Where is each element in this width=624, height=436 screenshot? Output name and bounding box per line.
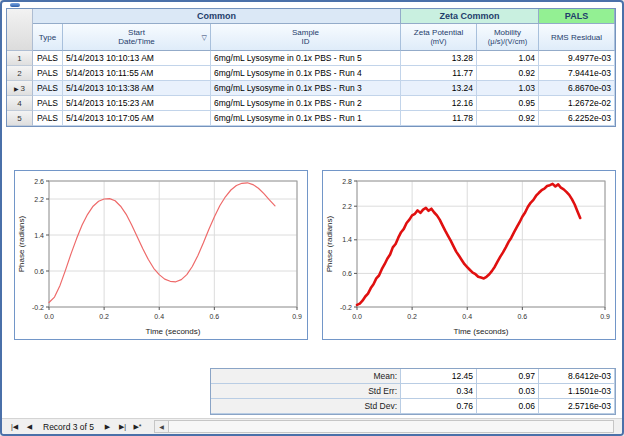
cell-sample-id[interactable]: 6mg/mL Lysosyme in 0.1x PBS - Run 3 xyxy=(211,81,401,96)
svg-text:0.0: 0.0 xyxy=(352,313,362,320)
table-row[interactable]: PALS 5/14/2013 10:15:23 AM 6mg/mL Lysosy… xyxy=(33,96,615,111)
phase-plot-raw-svg: 0.00.20.40.60.9-0.20.61.42.22.8Time (sec… xyxy=(323,171,615,339)
group-header-common: Common xyxy=(33,9,401,24)
last-record-button[interactable]: ▶| xyxy=(116,420,129,433)
svg-text:0.6: 0.6 xyxy=(342,270,352,277)
results-grid: 1 2 ▶3 4 5 Common Zeta Common PALS Type … xyxy=(6,8,616,127)
svg-text:0.4: 0.4 xyxy=(154,313,164,320)
svg-text:2.6: 2.6 xyxy=(34,178,44,185)
svg-text:0.6: 0.6 xyxy=(517,313,527,320)
cell-type[interactable]: PALS xyxy=(33,51,63,66)
cell-sample-id[interactable]: 6mg/mL Lysosyme in 0.1x PBS - Run 4 xyxy=(211,66,401,81)
cell-mobility[interactable]: 0.92 xyxy=(477,111,539,126)
svg-text:2.2: 2.2 xyxy=(34,196,44,203)
cell-type[interactable]: PALS xyxy=(33,81,63,96)
summary-zeta-stddev: 0.76 xyxy=(401,399,477,414)
row-selector-2[interactable]: 2 xyxy=(7,66,33,81)
cell-zeta-potential[interactable]: 11.77 xyxy=(401,66,477,81)
cell-mobility[interactable]: 1.03 xyxy=(477,81,539,96)
cell-type[interactable]: PALS xyxy=(33,111,63,126)
phase-plot-fitted-svg: 0.00.20.40.60.9-0.20.61.42.22.6Time (sec… xyxy=(15,171,307,339)
row-number: 2 xyxy=(17,69,21,78)
cell-rms-residual[interactable]: 6.2252e-03 xyxy=(539,111,615,126)
summary-rms-mean: 8.6412e-03 xyxy=(539,369,615,384)
table-row-selected[interactable]: PALS 5/14/2013 10:13:38 AM 6mg/mL Lysosy… xyxy=(33,81,615,96)
cell-type[interactable]: PALS xyxy=(33,66,63,81)
cell-start-datetime[interactable]: 5/14/2013 10:13:38 AM xyxy=(63,81,211,96)
group-header-zeta-common: Zeta Common xyxy=(401,9,539,24)
cell-mobility[interactable]: 0.92 xyxy=(477,66,539,81)
record-navigator: |◀ ◀ Record 3 of 5 ▶ ▶| ▶* ◀ xyxy=(2,418,622,434)
summary-zeta-stderr: 0.34 xyxy=(401,384,477,399)
col-header-sample-id[interactable]: Sample ID xyxy=(211,24,401,51)
cell-sample-id[interactable]: 6mg/mL Lysosyme in 0.1x PBS - Run 5 xyxy=(211,51,401,66)
row-number: 4 xyxy=(17,99,21,108)
summary-label: Std Err: xyxy=(211,384,401,399)
table-row[interactable]: PALS 5/14/2013 10:17:05 AM 6mg/mL Lysosy… xyxy=(33,111,615,126)
cell-rms-residual[interactable]: 1.2672e-02 xyxy=(539,96,615,111)
svg-text:Time (seconds): Time (seconds) xyxy=(454,327,509,336)
summary-row-stderr: Std Err: 0.34 0.03 1.1501e-03 xyxy=(211,384,615,399)
col-header-type[interactable]: Type xyxy=(33,24,63,51)
table-row[interactable]: PALS 5/14/2013 10:10:13 AM 6mg/mL Lysosy… xyxy=(33,51,615,66)
column-header-row: Type Start Date/Time ▽ Sample ID Zeta Po… xyxy=(33,24,615,51)
current-record-arrow: ▶ xyxy=(14,85,19,92)
new-record-button[interactable]: ▶* xyxy=(131,420,144,433)
cell-rms-residual[interactable]: 7.9441e-03 xyxy=(539,66,615,81)
svg-text:2.2: 2.2 xyxy=(342,203,352,210)
row-number: 3 xyxy=(21,84,25,93)
cell-zeta-potential[interactable]: 13.24 xyxy=(401,81,477,96)
table-row[interactable]: PALS 5/14/2013 10:11:55 AM 6mg/mL Lysosy… xyxy=(33,66,615,81)
scrollbar-track[interactable] xyxy=(169,421,613,432)
row-selector-1[interactable]: 1 xyxy=(7,51,33,66)
first-record-button[interactable]: |◀ xyxy=(8,420,21,433)
row-number: 5 xyxy=(17,114,21,123)
next-record-button[interactable]: ▶ xyxy=(101,420,114,433)
prior-record-button[interactable]: ◀ xyxy=(23,420,36,433)
row-selector-3[interactable]: ▶3 xyxy=(7,81,33,96)
group-header-row: Common Zeta Common PALS xyxy=(33,9,615,24)
summary-row-stddev: Std Dev: 0.76 0.06 2.5716e-03 xyxy=(211,399,615,414)
row-selector-4[interactable]: 4 xyxy=(7,96,33,111)
svg-text:-0.2: -0.2 xyxy=(32,304,44,311)
selector-header-cell[interactable] xyxy=(7,9,33,51)
cell-sample-id[interactable]: 6mg/mL Lysosyme in 0.1x PBS - Run 2 xyxy=(211,96,401,111)
summary-rms-stddev: 2.5716e-03 xyxy=(539,399,615,414)
summary-mobility-mean: 0.97 xyxy=(477,369,539,384)
cell-zeta-potential[interactable]: 12.16 xyxy=(401,96,477,111)
summary-rms-stderr: 1.1501e-03 xyxy=(539,384,615,399)
svg-text:0.4: 0.4 xyxy=(462,313,472,320)
col-header-zeta-potential[interactable]: Zeta Potential (mV) xyxy=(401,24,477,51)
cell-sample-id[interactable]: 6mg/mL Lysosyme in 0.1x PBS - Run 1 xyxy=(211,111,401,126)
cell-mobility[interactable]: 0.95 xyxy=(477,96,539,111)
col-header-mobility[interactable]: Mobility (μ/s)/(V/cm) xyxy=(477,24,539,51)
summary-mobility-stddev: 0.06 xyxy=(477,399,539,414)
cell-start-datetime[interactable]: 5/14/2013 10:17:05 AM xyxy=(63,111,211,126)
cell-start-datetime[interactable]: 5/14/2013 10:11:55 AM xyxy=(63,66,211,81)
col-header-start-datetime[interactable]: Start Date/Time ▽ xyxy=(63,24,211,51)
scroll-left-button[interactable]: ◀ xyxy=(155,421,169,432)
row-selector-column: 1 2 ▶3 4 5 xyxy=(7,9,33,126)
svg-text:Phase (radians): Phase (radians) xyxy=(325,215,334,272)
cell-zeta-potential[interactable]: 11.78 xyxy=(401,111,477,126)
summary-zeta-mean: 12.45 xyxy=(401,369,477,384)
horizontal-scrollbar[interactable]: ◀ xyxy=(154,420,614,433)
svg-text:0.6: 0.6 xyxy=(34,268,44,275)
cell-rms-residual[interactable]: 6.8670e-03 xyxy=(539,81,615,96)
window-icon xyxy=(10,3,20,7)
cell-type[interactable]: PALS xyxy=(33,96,63,111)
svg-text:1.4: 1.4 xyxy=(34,232,44,239)
cell-zeta-potential[interactable]: 13.28 xyxy=(401,51,477,66)
cell-start-datetime[interactable]: 5/14/2013 10:15:23 AM xyxy=(63,96,211,111)
cell-rms-residual[interactable]: 9.4977e-03 xyxy=(539,51,615,66)
svg-text:0.2: 0.2 xyxy=(407,313,417,320)
svg-text:Time (seconds): Time (seconds) xyxy=(146,327,201,336)
cell-start-datetime[interactable]: 5/14/2013 10:10:13 AM xyxy=(63,51,211,66)
group-header-pals: PALS xyxy=(539,9,615,24)
row-selector-5[interactable]: 5 xyxy=(7,111,33,126)
cell-mobility[interactable]: 1.04 xyxy=(477,51,539,66)
col-header-rms-residual[interactable]: RMS Residual xyxy=(539,24,615,51)
phase-plot-raw: 0.00.20.40.60.9-0.20.61.42.22.8Time (sec… xyxy=(322,170,616,340)
summary-row-mean: Mean: 12.45 0.97 8.6412e-03 xyxy=(211,369,615,384)
sort-descending-icon[interactable]: ▽ xyxy=(202,33,207,42)
